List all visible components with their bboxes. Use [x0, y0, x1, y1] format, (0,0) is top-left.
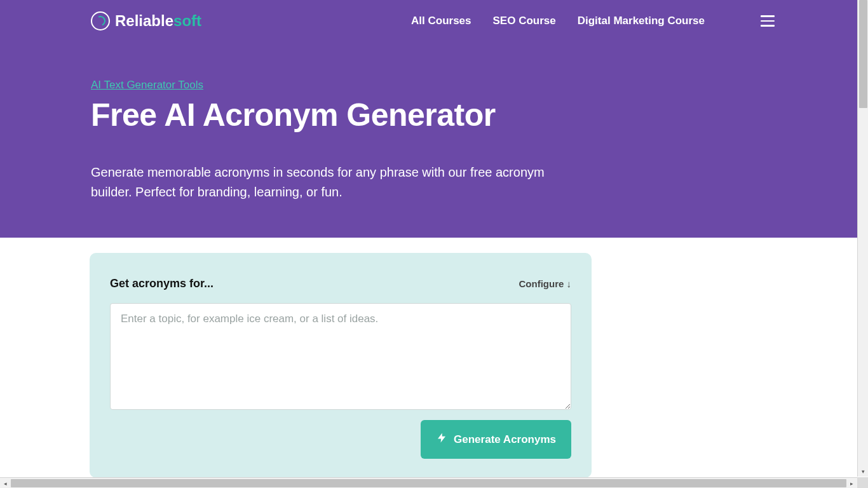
page-description: Generate memorable acronyms in seconds f… [91, 163, 587, 202]
page-title: Free AI Acronym Generator [91, 97, 777, 133]
logo-icon [91, 11, 110, 30]
hamburger-menu-icon[interactable] [758, 13, 777, 29]
topic-input[interactable] [110, 303, 571, 410]
hero-section: Reliablesoft All Courses SEO Course Digi… [0, 0, 868, 238]
brand-name-part2: soft [173, 12, 201, 29]
nav-digital-marketing-course[interactable]: Digital Marketing Course [578, 15, 705, 27]
generate-button-label: Generate Acronyms [454, 433, 556, 446]
scroll-down-arrow-icon[interactable]: ▾ [858, 466, 868, 477]
bolt-icon [436, 431, 447, 447]
scroll-right-arrow-icon[interactable]: ▸ [846, 478, 857, 488]
nav-all-courses[interactable]: All Courses [411, 15, 471, 27]
configure-toggle[interactable]: Configure ↓ [519, 278, 572, 289]
acronym-tool-card: Get acronyms for... Configure ↓ Generate… [90, 253, 592, 478]
tool-actions: Generate Acronyms [110, 420, 571, 459]
site-header: Reliablesoft All Courses SEO Course Digi… [91, 0, 777, 33]
brand-name: Reliablesoft [115, 12, 201, 30]
primary-nav: All Courses SEO Course Digital Marketing… [411, 13, 777, 29]
horizontal-scrollbar[interactable]: ◂ ▸ [0, 477, 857, 488]
brand-name-part1: Reliable [115, 12, 173, 29]
scrollbar-corner [857, 477, 868, 488]
logo-swoosh-icon [94, 15, 107, 28]
tool-header: Get acronyms for... Configure ↓ [110, 277, 571, 290]
generate-acronyms-button[interactable]: Generate Acronyms [421, 420, 571, 459]
scroll-left-arrow-icon[interactable]: ◂ [0, 478, 11, 488]
vertical-scrollbar-thumb[interactable] [859, 0, 867, 108]
vertical-scrollbar[interactable]: ▾ [857, 0, 868, 477]
breadcrumb-link[interactable]: AI Text Generator Tools [91, 79, 203, 92]
brand-logo[interactable]: Reliablesoft [91, 11, 201, 30]
tool-input-label: Get acronyms for... [110, 277, 214, 290]
horizontal-scrollbar-thumb[interactable] [11, 479, 846, 487]
nav-seo-course[interactable]: SEO Course [493, 15, 556, 27]
